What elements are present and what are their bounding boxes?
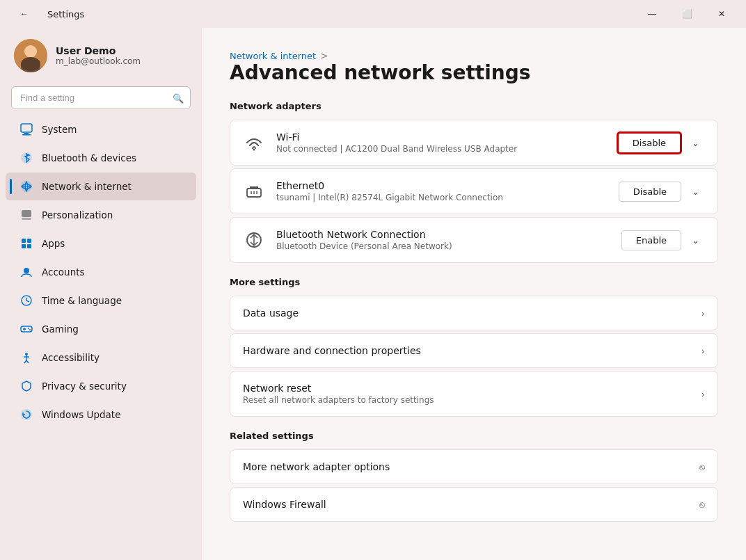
back-button[interactable]: ← (8, 3, 40, 25)
update-icon (19, 408, 33, 422)
svg-point-23 (28, 328, 29, 329)
data-usage-chevron-icon: › (701, 308, 705, 319)
sidebar-item-network[interactable]: Network & internet (6, 173, 196, 200)
adapter-actions-ethernet: Disable ⌄ (619, 180, 706, 202)
svg-point-1 (24, 45, 37, 58)
search-input[interactable] (11, 86, 191, 109)
wifi-expand-button[interactable]: ⌄ (684, 131, 706, 154)
adapter-card-wifi: Wi-Fi Not connected | AC1200 Dual Band W… (230, 120, 718, 166)
sidebar-item-accessibility[interactable]: Accessibility (6, 344, 196, 371)
sidebar-item-privacy-label: Privacy & security (42, 381, 127, 392)
more-adapter-options-title: More network adapter options (243, 461, 390, 472)
more-settings-data-usage: Data usage › (230, 296, 718, 330)
svg-rect-20 (21, 326, 32, 332)
svg-rect-4 (21, 124, 32, 132)
sidebar-item-gaming-label: Gaming (42, 323, 79, 335)
svg-rect-35 (255, 186, 258, 189)
sidebar-item-personalization-label: Personalization (42, 209, 113, 221)
network-reset-desc: Reset all network adapters to factory se… (243, 395, 434, 405)
more-settings-hardware: Hardware and connection properties › (230, 333, 718, 368)
adapter-desc-ethernet: tsunami | Intel(R) 82574L Gigabit Networ… (276, 193, 609, 202)
adapter-row-wifi: Wi-Fi Not connected | AC1200 Dual Band W… (230, 120, 717, 165)
sidebar-item-accounts[interactable]: Accounts (6, 258, 196, 286)
svg-line-29 (26, 360, 29, 363)
adapter-name-ethernet: Ethernet0 (276, 180, 609, 191)
sidebar-item-time-label: Time & language (42, 295, 122, 306)
page-title: Advanced network settings (230, 61, 718, 84)
sidebar-item-accounts-label: Accounts (42, 266, 85, 278)
breadcrumb-separator: > (320, 50, 328, 61)
main-content: Network & internet > Advanced network se… (202, 28, 746, 560)
svg-rect-10 (22, 210, 31, 217)
bluetooth-network-expand-button[interactable]: ⌄ (684, 229, 706, 251)
adapter-info-bluetooth-network: Bluetooth Network Connection Bluetooth D… (276, 229, 612, 251)
app-title: Settings (47, 9, 84, 19)
nav-list: System Bluetooth & devices (0, 115, 202, 429)
wifi-disable-button[interactable]: Disable (617, 132, 681, 154)
sidebar-item-gaming[interactable]: Gaming (6, 315, 196, 343)
maximize-button[interactable]: ⬜ (671, 3, 703, 25)
sidebar-item-update-label: Windows Update (42, 409, 120, 420)
data-usage-title: Data usage (243, 307, 299, 319)
bluetooth-network-chevron-icon: ⌄ (692, 235, 699, 246)
svg-point-3 (21, 57, 40, 71)
sidebar: User Demo m_lab@outlook.com 🔍 System (0, 28, 202, 560)
svg-point-31 (253, 149, 255, 151)
search-box: 🔍 (11, 86, 191, 109)
bluetooth-icon (19, 151, 33, 165)
more-settings-network-reset: Network reset Reset all network adapters… (230, 371, 718, 417)
ethernet-chevron-icon: ⌄ (692, 186, 699, 197)
adapter-name-bluetooth-network: Bluetooth Network Connection (276, 229, 612, 240)
network-reset-row[interactable]: Network reset Reset all network adapters… (230, 371, 717, 416)
close-icon: ✕ (718, 9, 725, 19)
svg-rect-15 (27, 244, 31, 248)
section-more-settings-label: More settings (230, 277, 718, 287)
user-profile[interactable]: User Demo m_lab@outlook.com (0, 28, 202, 83)
adapter-desc-bluetooth-network: Bluetooth Device (Personal Area Network) (276, 241, 612, 251)
more-adapter-options-row[interactable]: More network adapter options ⎋ (230, 450, 717, 483)
gaming-icon (19, 322, 33, 336)
svg-rect-11 (22, 218, 31, 220)
search-icon: 🔍 (173, 93, 184, 103)
breadcrumb: Network & internet > (230, 50, 718, 61)
svg-rect-13 (27, 239, 31, 243)
hardware-connection-title: Hardware and connection properties (243, 345, 421, 356)
sidebar-item-apps[interactable]: Apps (6, 230, 196, 257)
sidebar-item-bluetooth[interactable]: Bluetooth & devices (6, 144, 196, 172)
svg-rect-5 (24, 133, 29, 134)
breadcrumb-parent[interactable]: Network & internet (230, 51, 316, 61)
adapter-card-ethernet: Ethernet0 tsunami | Intel(R) 82574L Giga… (230, 168, 718, 214)
apps-icon (19, 237, 33, 250)
sidebar-item-privacy[interactable]: Privacy & security (6, 372, 196, 400)
adapter-desc-wifi: Not connected | AC1200 Dual Band Wireles… (276, 144, 608, 154)
window-controls: — ⬜ ✕ (636, 3, 738, 25)
windows-firewall-row[interactable]: Windows Firewall ⎋ (230, 488, 717, 521)
network-icon (19, 179, 33, 193)
adapter-info-wifi: Wi-Fi Not connected | AC1200 Dual Band W… (276, 131, 608, 154)
sidebar-item-time[interactable]: Time & language (6, 287, 196, 314)
network-reset-chevron-icon: › (701, 389, 705, 399)
close-button[interactable]: ✕ (706, 3, 738, 25)
app-body: User Demo m_lab@outlook.com 🔍 System (0, 28, 746, 560)
hardware-connection-row[interactable]: Hardware and connection properties › (230, 334, 717, 367)
avatar (14, 39, 47, 72)
network-reset-title: Network reset (243, 383, 434, 394)
sidebar-item-bluetooth-label: Bluetooth & devices (42, 152, 136, 163)
sidebar-item-update[interactable]: Windows Update (6, 401, 196, 429)
svg-line-19 (26, 301, 29, 302)
back-icon: ← (20, 9, 29, 19)
time-icon (19, 294, 33, 307)
sidebar-item-personalization[interactable]: Personalization (6, 201, 196, 229)
ethernet-expand-button[interactable]: ⌄ (684, 180, 706, 202)
wifi-chevron-icon: ⌄ (692, 138, 699, 148)
bluetooth-network-enable-button[interactable]: Enable (621, 230, 681, 250)
data-usage-row[interactable]: Data usage › (230, 296, 717, 330)
adapter-name-wifi: Wi-Fi (276, 131, 608, 143)
ethernet-disable-button[interactable]: Disable (619, 182, 681, 202)
svg-rect-34 (253, 186, 255, 189)
accounts-icon (19, 265, 33, 279)
bluetooth-network-icon (241, 227, 267, 253)
system-icon (19, 122, 33, 136)
sidebar-item-system[interactable]: System (6, 115, 196, 143)
minimize-button[interactable]: — (636, 3, 668, 25)
